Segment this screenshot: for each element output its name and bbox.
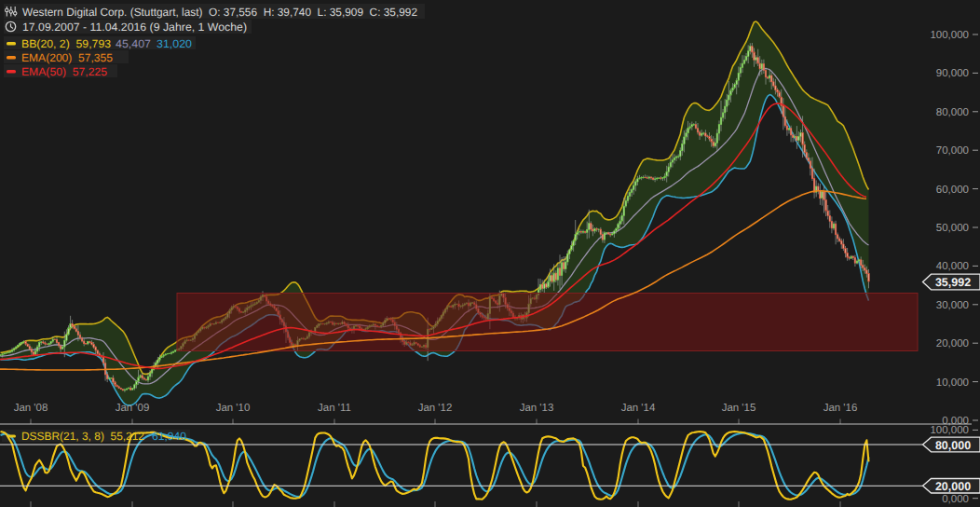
svg-text:45,407: 45,407	[116, 37, 151, 50]
svg-text:50,000: 50,000	[936, 223, 969, 234]
svg-text:30,000: 30,000	[936, 300, 969, 311]
svg-text:70,000: 70,000	[936, 145, 969, 157]
svg-text:10,000: 10,000	[936, 377, 969, 389]
svg-text:Jan '13: Jan '13	[520, 403, 554, 414]
svg-text:100,000: 100,000	[930, 425, 969, 436]
svg-text:BB(20, 2) 59,793: BB(20, 2) 59,793	[21, 37, 111, 50]
svg-text:Jan '11: Jan '11	[318, 403, 351, 414]
svg-text:Western Digital Corp. (Stuttga: Western Digital Corp. (Stuttgart, last) …	[22, 6, 417, 19]
svg-text:80,000: 80,000	[935, 439, 971, 452]
svg-text:35,992: 35,992	[935, 276, 971, 289]
svg-text:EMA(50) 57,225: EMA(50) 57,225	[21, 65, 107, 78]
svg-text:DSSBR(21, 3, 8) 55,212: DSSBR(21, 3, 8) 55,212	[21, 430, 144, 443]
svg-text:Jan '09: Jan '09	[116, 403, 150, 414]
svg-text:0,000: 0,000	[942, 494, 969, 505]
svg-text:Jan '08: Jan '08	[14, 403, 48, 414]
svg-text:Jan '12: Jan '12	[418, 403, 453, 414]
svg-text:EMA(200) 57,355: EMA(200) 57,355	[21, 51, 113, 64]
svg-text:Jan '16: Jan '16	[823, 403, 858, 414]
svg-text:17.09.2007 - 11.04.2016 (9 Jah: 17.09.2007 - 11.04.2016 (9 Jahre, 1 Woch…	[22, 21, 247, 34]
svg-text:90,000: 90,000	[936, 68, 969, 79]
svg-text:Jan '14: Jan '14	[621, 403, 656, 414]
svg-text:Jan '10: Jan '10	[216, 403, 251, 414]
svg-text:100,000: 100,000	[930, 30, 969, 41]
svg-text:Jan '15: Jan '15	[722, 403, 756, 414]
svg-text:40,000: 40,000	[936, 261, 969, 272]
svg-text:61,940: 61,940	[152, 430, 186, 443]
svg-text:20,000: 20,000	[935, 480, 971, 493]
svg-text:31,020: 31,020	[157, 37, 192, 50]
svg-text:20,000: 20,000	[936, 338, 969, 349]
svg-text:60,000: 60,000	[936, 185, 969, 196]
svg-text:80,000: 80,000	[936, 107, 969, 118]
